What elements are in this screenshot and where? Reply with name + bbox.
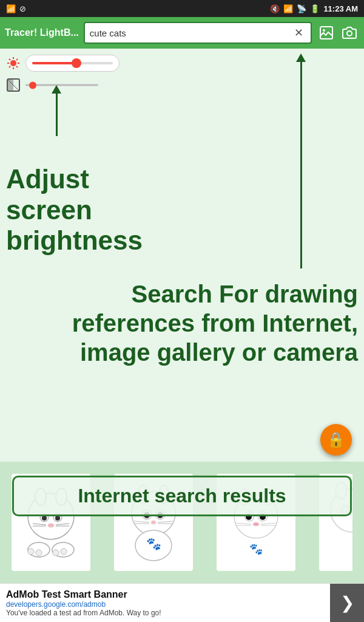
svg-line-10 [16,59,18,60]
admob-content: AdMob Test Smart Banner developers.googl… [0,584,330,622]
clock: 11:23 AM [323,4,358,13]
battery-icon: 🔋 [310,4,320,13]
results-badge: Internet search results [12,476,352,516]
clear-icon[interactable]: ✕ [292,26,306,39]
admob-banner[interactable]: AdMob Test Smart Banner developers.googl… [0,583,364,622]
admob-arrow-button[interactable]: ❯ [330,584,364,622]
app-bar: Tracer! LightB... ✕ [0,17,364,49]
mute-icon: 🔇 [270,4,280,13]
brightness-slider-row [6,55,170,72]
svg-line-8 [9,59,10,60]
admob-url: developers.google.com/admob [6,600,324,609]
main-content: Adjust screen brightness Search For draw… [0,49,364,583]
svg-point-2 [347,31,352,36]
search-description: Search For drawing references from Inter… [30,279,358,367]
lock-icon: 🔒 [327,431,345,448]
sun-high-icon [6,56,21,70]
brightness-slider[interactable] [25,55,120,72]
status-bar: 📶 ⊘ 🔇 📶 📡 🔋 11:23 AM [0,0,364,17]
camera-button[interactable] [340,23,359,43]
svg-point-3 [10,60,16,66]
svg-point-53 [253,522,259,526]
search-input[interactable] [90,28,292,38]
admob-description: You've loaded a test ad from AdMob. Way … [6,609,324,617]
arrow-head-up [52,85,61,94]
brightness-area [6,55,170,92]
svg-text:🐾: 🐾 [249,542,263,556]
status-left-icons: 📶 ⊘ [6,4,26,13]
svg-point-28 [28,549,34,555]
results-badge-text: Internet search results [78,485,286,507]
antenna-icon: 📶 [6,4,16,13]
brightness-label: Adjust screen brightness [6,164,170,256]
svg-rect-0 [320,27,332,39]
signal-icon: 📡 [297,4,306,13]
svg-point-29 [36,550,42,556]
gallery-icon [319,26,334,40]
search-arrow-line [300,62,302,268]
app-title: Tracer! LightB... [5,27,79,38]
svg-line-9 [16,66,18,67]
svg-point-21 [48,524,54,527]
slider-fill [32,62,76,64]
slider-track [32,62,113,64]
svg-line-11 [9,66,10,67]
svg-text:🐾: 🐾 [146,536,161,551]
slider-thumb[interactable] [72,58,81,68]
gallery-button[interactable] [317,23,336,43]
opacity-track [25,84,98,86]
chevron-right-icon: ❯ [340,593,354,613]
brightness-arrow [52,85,61,136]
arrow-line [56,94,58,136]
wifi-icon: 📶 [283,4,293,13]
brightness-second-row [6,78,170,92]
admob-title: AdMob Test Smart Banner [6,589,324,600]
opacity-slider[interactable] [25,79,98,91]
lock-fab-button[interactable]: 🔒 [320,424,352,456]
svg-point-1 [323,29,325,32]
camera-icon [342,26,357,40]
opacity-thumb[interactable] [29,81,36,89]
svg-point-39 [151,521,156,524]
svg-point-31 [61,549,67,555]
contrast-icon [6,78,21,92]
search-arrow [296,53,306,268]
block-icon: ⊘ [19,4,26,13]
svg-point-20 [55,516,60,521]
svg-point-19 [42,516,47,521]
svg-point-30 [53,550,59,556]
search-icons [317,23,359,43]
svg-rect-13 [7,79,13,91]
status-right-icons: 🔇 📶 📡 🔋 11:23 AM [270,4,358,13]
search-box[interactable]: ✕ [84,22,312,44]
search-arrow-head [296,53,306,62]
